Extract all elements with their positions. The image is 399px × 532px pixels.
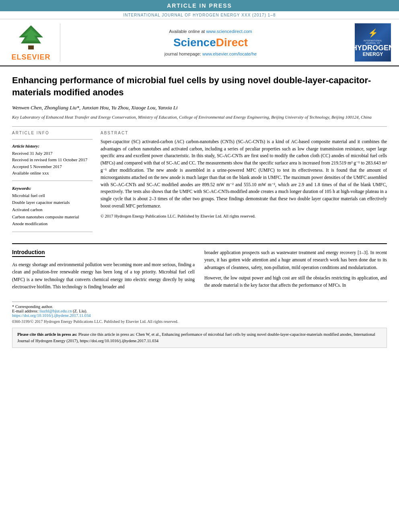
journal-homepage: journal homepage: www.elsevier.com/locat… — [165, 51, 257, 56]
article-info-col: ARTICLE INFO Article history: Received 3… — [12, 131, 93, 236]
accepted-date: Accepted 5 November 2017 — [12, 163, 93, 170]
abstract-col: ABSTRACT Super-capacitor (SC) activated-… — [101, 131, 387, 236]
available-online-text: Available online at www.sciencedirect.co… — [169, 29, 252, 34]
divider-info-mid — [12, 181, 93, 181]
email-link[interactable]: liuzhl@bjut.edu.cn — [39, 309, 72, 313]
email-line: E-mail address: liuzhl@bjut.edu.cn (Z. L… — [12, 309, 387, 313]
sciencedirect-logo: ScienceDirect — [173, 36, 248, 49]
intro-left: Introduction As energy shortage and envi… — [12, 249, 195, 294]
affiliation: Key Laboratory of Enhanced Heat Transfer… — [12, 114, 387, 120]
keyword-1: Microbial fuel cell — [12, 192, 93, 199]
divider-info-bot — [12, 232, 93, 232]
hydrogen-icon: ⚡ — [368, 28, 378, 38]
sciencedirect-center: Available online at www.sciencedirect.co… — [66, 23, 355, 62]
hydrogen-energy-cover: ⚡ INTERNATIONAL JOURNAL OF HYDROGEN ENER… — [355, 23, 391, 62]
sci-direct: Direct — [216, 36, 248, 49]
he-energy: ENERGY — [363, 51, 383, 57]
keywords-label: Keywords: — [12, 186, 93, 191]
available-online: Available online xxx — [12, 170, 93, 177]
doi-link[interactable]: https://doi.org/10.1016/j.ijhydene.2017.… — [12, 313, 90, 318]
elsevier-tree-icon — [13, 23, 49, 51]
journal-homepage-url[interactable]: www.elsevier.com/locate/he — [202, 51, 257, 56]
abstract-text: Super-capacitor (SC) activated-carbon (A… — [101, 138, 387, 210]
paper-body: Enhancing performance of microbial fuel … — [0, 66, 399, 356]
paper-title: Enhancing performance of microbial fuel … — [12, 74, 387, 98]
intro-para-3: However, the low output power and high c… — [204, 274, 387, 289]
intro-para-2: broader application prospects such as wa… — [204, 249, 387, 271]
footnote-section: * Corresponding author. E-mail address: … — [12, 302, 387, 324]
keyword-3: Activated carbon — [12, 206, 93, 214]
please-cite-label: Please cite this article in press as: — [17, 332, 78, 337]
citation-box: Please cite this article in press as: Pl… — [12, 328, 387, 348]
svg-rect-0 — [28, 45, 34, 49]
keyword-2: Double layer capacitor materials — [12, 199, 93, 206]
article-in-press-banner: ARTICLE IN PRESS — [0, 0, 399, 11]
intro-para-1: As energy shortage and environmental pol… — [12, 261, 195, 291]
keyword-4: Carbon nanotubes composite material — [12, 214, 93, 221]
divider-1 — [12, 126, 387, 127]
main-divider — [12, 243, 387, 244]
elsevier-logo: ELSEVIER — [8, 23, 60, 62]
header: ELSEVIER Available online at www.science… — [0, 19, 399, 66]
abstract-copyright: © 2017 Hydrogen Energy Publications LLC.… — [101, 214, 387, 218]
elsevier-wordmark: ELSEVIER — [11, 53, 50, 62]
corresponding-author: * Corresponding author. — [12, 304, 387, 309]
introduction-heading: Introduction — [12, 249, 45, 257]
footer-copyright: 0360-3199/© 2017 Hydrogen Energy Publica… — [12, 319, 387, 324]
abstract-heading: ABSTRACT — [101, 131, 387, 135]
keyword-5: Anode modification — [12, 220, 93, 228]
journal-title-bar: INTERNATIONAL JOURNAL OF HYDROGEN ENERGY… — [0, 11, 399, 19]
received-date: Received 31 July 2017 — [12, 150, 93, 157]
intro-right: broader application prospects such as wa… — [204, 249, 387, 294]
history-label: Article history: — [12, 144, 93, 148]
article-info-abstract: ARTICLE INFO Article history: Received 3… — [12, 131, 387, 236]
revised-date: Received in revised form 11 October 2017 — [12, 156, 93, 163]
authors: Wenwen Chen, Zhongliang Liu*, Junxian Ho… — [12, 105, 387, 111]
sci-science: Science — [173, 36, 216, 49]
introduction-section: Introduction As energy shortage and envi… — [12, 249, 387, 294]
divider-info-top — [12, 139, 93, 140]
he-hydrogen: HYDROGEN — [352, 44, 394, 51]
doi-line: https://doi.org/10.1016/j.ijhydene.2017.… — [12, 313, 387, 318]
sciencedirect-url[interactable]: www.sciencedirect.com — [206, 29, 252, 34]
article-info-heading: ARTICLE INFO — [12, 131, 93, 135]
